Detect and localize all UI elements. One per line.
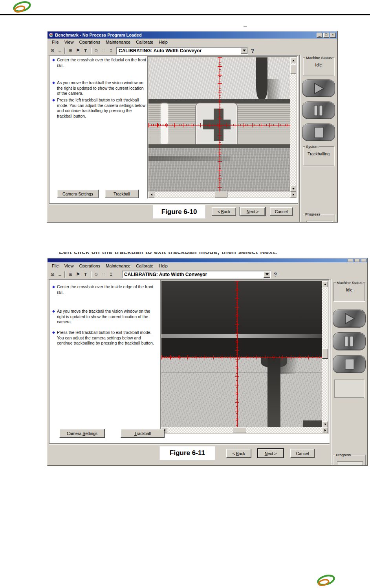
maximize-button[interactable]: □	[323, 33, 329, 38]
titlebar[interactable]: Benchmark - No Process Program Loaded _ …	[48, 31, 337, 39]
help-icon[interactable]: ?	[271, 271, 280, 278]
diamond-bullet-icon: ◆	[52, 58, 55, 68]
chevron-down-icon	[243, 50, 246, 52]
menu-calibrate[interactable]: Calibrate	[133, 39, 156, 45]
system-status-box-empty	[334, 380, 364, 398]
maximize-button[interactable]	[354, 259, 360, 262]
dots-icon[interactable]: ∷	[100, 47, 107, 54]
scroll-right-button[interactable]	[290, 192, 296, 197]
plug-up-icon[interactable]: ↥	[107, 47, 115, 54]
close-button[interactable]	[361, 259, 366, 262]
menu-maintenance[interactable]: Maintenance	[103, 39, 133, 45]
stop-button[interactable]	[333, 355, 366, 373]
menu-calibrate[interactable]: Calibrate	[133, 263, 156, 269]
menu-file[interactable]: File	[49, 39, 62, 45]
back-arrow-icon[interactable]: ←	[56, 271, 64, 278]
vision-light-streak	[161, 334, 322, 338]
scroll-down-button[interactable]	[322, 421, 328, 427]
camera-settings-button[interactable]: Camera Settings	[59, 429, 105, 438]
wizard-separator	[49, 443, 330, 445]
status-panel: Machine Status Idle Progress	[331, 279, 367, 466]
lock-icon[interactable]: Ω	[92, 271, 100, 278]
calibration-combobox[interactable]: CALIBRATING: Auto Width Conveyor	[116, 47, 248, 55]
pause-icon	[311, 104, 326, 117]
grid-window-icon[interactable]: ⊞	[67, 271, 74, 278]
minimize-button[interactable]	[348, 259, 353, 262]
menu-help[interactable]: Help	[156, 39, 170, 45]
menu-operations[interactable]: Operations	[76, 39, 103, 45]
cancel-button[interactable]: Cancel	[290, 449, 315, 458]
cancel-button[interactable]: Cancel	[270, 207, 293, 216]
text-tool-icon[interactable]: T	[82, 47, 89, 54]
vertical-scroll-thumb[interactable]	[322, 348, 328, 359]
instruction-item: ◆ Center the crosshair over the inside e…	[52, 284, 158, 295]
stray-mark	[244, 26, 247, 27]
horizontal-scrollbar[interactable]	[148, 192, 296, 197]
instruction-text: As you move the trackball the vision win…	[57, 80, 147, 96]
document-icon[interactable]: ⊠	[49, 271, 56, 278]
cut-caption: Left click on the trackball to exit trac…	[59, 252, 361, 256]
play-button[interactable]	[302, 79, 335, 97]
vertical-scrollbar[interactable]	[290, 57, 296, 192]
lock-icon[interactable]: Ω	[92, 47, 100, 54]
scroll-up-icon	[292, 60, 295, 61]
help-icon[interactable]: ?	[248, 48, 257, 54]
minimize-button[interactable]: _	[317, 33, 322, 38]
plug-up-icon[interactable]: ↥	[107, 271, 115, 278]
vision-smudge	[280, 358, 304, 374]
page-root: Benchmark - No Process Program Loaded _ …	[0, 0, 370, 588]
crosshair-vertical	[235, 281, 239, 428]
back-button[interactable]: < Back	[212, 207, 236, 216]
back-arrow-icon[interactable]: ←	[56, 47, 64, 54]
document-icon[interactable]: ⊠	[49, 47, 56, 54]
scroll-right-button[interactable]	[322, 427, 328, 433]
vision-window	[160, 280, 330, 435]
trackball-button[interactable]: Trackball	[105, 190, 139, 198]
pause-button[interactable]	[302, 101, 335, 119]
menu-view[interactable]: View	[62, 263, 77, 269]
diamond-bullet-icon: ◆	[52, 330, 55, 346]
instruction-text: Press the left trackball button to exit …	[57, 330, 158, 346]
menu-file[interactable]: File	[49, 263, 62, 269]
next-button[interactable]: Next >	[240, 207, 265, 216]
titlebar-cropped[interactable]	[48, 258, 367, 262]
calibration-combobox[interactable]: CALIBRATING: Auto Width Conveyor	[122, 271, 271, 278]
menu-view[interactable]: View	[62, 39, 77, 45]
scroll-left-button[interactable]	[148, 192, 154, 197]
scroll-up-button[interactable]	[290, 57, 296, 63]
horizontal-scroll-thumb[interactable]	[233, 427, 246, 433]
combobox-dropdown-button[interactable]	[264, 271, 270, 278]
trackball-button[interactable]: Trackball	[121, 429, 165, 438]
menu-bar: File View Operations Maintenance Calibra…	[48, 39, 337, 46]
flag-icon[interactable]: ⚑	[74, 47, 82, 54]
vertical-scroll-thumb[interactable]	[290, 65, 296, 74]
vision-dark-column	[256, 57, 267, 99]
flag-icon[interactable]: ⚑	[74, 271, 82, 278]
chevron-down-icon	[266, 273, 269, 275]
diamond-bullet-icon: ◆	[52, 309, 55, 325]
dots-icon[interactable]: ∷	[100, 271, 107, 278]
brand-logo-bottom-icon	[315, 574, 336, 588]
scroll-right-icon	[324, 429, 326, 431]
camera-image	[148, 57, 290, 192]
grid-window-icon[interactable]: ⊞	[67, 47, 74, 54]
horizontal-scrollbar[interactable]	[161, 427, 328, 433]
close-button[interactable]: ×	[330, 33, 336, 38]
scroll-up-button[interactable]	[322, 281, 328, 287]
next-button[interactable]: Next >	[258, 449, 284, 458]
camera-settings-button[interactable]: Camera Settings	[57, 190, 99, 198]
menu-help[interactable]: Help	[156, 263, 170, 269]
scroll-down-button[interactable]	[290, 186, 296, 192]
play-button[interactable]	[333, 310, 366, 328]
diamond-bullet-icon: ◆	[52, 98, 55, 119]
horizontal-scroll-thumb[interactable]	[215, 192, 227, 197]
vertical-scrollbar[interactable]	[322, 281, 328, 427]
back-button[interactable]: < Back	[226, 449, 251, 458]
menu-maintenance[interactable]: Maintenance	[103, 263, 133, 269]
text-tool-icon[interactable]: T	[82, 271, 89, 278]
combobox-dropdown-button[interactable]	[241, 48, 247, 54]
menu-operations[interactable]: Operations	[76, 263, 103, 269]
stop-button[interactable]	[302, 123, 335, 141]
figure-caption: Figure 6-11	[159, 446, 215, 460]
pause-button[interactable]	[333, 332, 366, 350]
